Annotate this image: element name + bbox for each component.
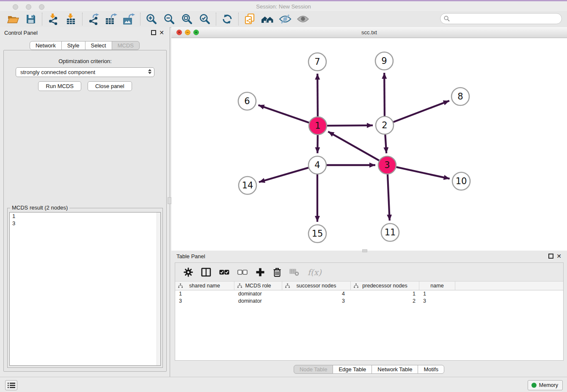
export-network-button[interactable] bbox=[85, 12, 102, 26]
mcds-result-item: 1 bbox=[10, 213, 160, 220]
graph-node-6[interactable]: 6 bbox=[238, 92, 256, 110]
graph-node-1[interactable]: 1 bbox=[309, 117, 327, 135]
graph-edge-2-8[interactable] bbox=[394, 101, 449, 122]
graph-edge-1-6[interactable] bbox=[259, 105, 309, 123]
network-window-titlebar[interactable]: ✕ − + scc.txt bbox=[171, 27, 567, 38]
column-header-predecessor-nodes[interactable]: predecessor nodes bbox=[351, 282, 419, 290]
canvas-splitter-grip[interactable] bbox=[362, 249, 367, 252]
graph-edge-1-2[interactable] bbox=[327, 125, 373, 126]
close-panel-button[interactable]: Close panel bbox=[88, 81, 132, 91]
column-header-shared-name[interactable]: shared name bbox=[175, 282, 234, 290]
float-panel-icon[interactable] bbox=[151, 30, 156, 35]
export-image-icon bbox=[123, 13, 135, 25]
graph-node-2[interactable]: 2 bbox=[376, 116, 394, 134]
graph-node-label: 10 bbox=[456, 176, 467, 186]
zoom-selected-button[interactable] bbox=[196, 12, 214, 26]
tab-node-table[interactable]: Node Table bbox=[294, 365, 333, 374]
graph-node-7[interactable]: 7 bbox=[308, 53, 326, 71]
hide-graphics-button[interactable] bbox=[276, 12, 294, 26]
graph-node-label: 15 bbox=[312, 229, 323, 239]
run-mcds-button[interactable]: Run MCDS bbox=[38, 81, 81, 91]
network-canvas[interactable]: 7968124314101511 bbox=[171, 38, 567, 251]
table-row[interactable]: 3 dominator 3 2 3 bbox=[175, 298, 563, 305]
graph-node-label: 3 bbox=[384, 160, 390, 170]
delete-table-button[interactable] bbox=[289, 268, 300, 276]
zoom-in-button[interactable] bbox=[143, 12, 160, 26]
panel-splitter-grip[interactable] bbox=[168, 197, 171, 204]
graph-node-11[interactable]: 11 bbox=[381, 224, 399, 241]
delete-column-button[interactable] bbox=[273, 267, 281, 277]
export-image-button[interactable] bbox=[120, 12, 138, 26]
search-input[interactable] bbox=[452, 16, 561, 22]
tab-network-table[interactable]: Network Table bbox=[372, 365, 418, 374]
float-table-panel-icon[interactable] bbox=[548, 254, 553, 259]
graph-node-label: 9 bbox=[381, 56, 387, 66]
tab-network[interactable]: Network bbox=[30, 41, 62, 50]
table-settings-button[interactable] bbox=[184, 268, 193, 277]
eye-icon bbox=[297, 14, 309, 24]
gear-icon bbox=[184, 268, 193, 277]
cell-mcds-role: dominator bbox=[234, 290, 282, 298]
tab-style[interactable]: Style bbox=[61, 41, 85, 50]
graph-edge-1-7[interactable] bbox=[317, 74, 318, 116]
home-view-button[interactable] bbox=[259, 12, 276, 26]
zoom-fit-button[interactable] bbox=[178, 12, 196, 26]
function-builder-button[interactable]: f(x) bbox=[308, 268, 322, 277]
graph-node-3[interactable]: 3 bbox=[378, 156, 396, 174]
column-header-mcds-role[interactable]: MCDS role bbox=[234, 282, 282, 290]
export-table-button[interactable] bbox=[102, 12, 120, 26]
eye-slash-icon bbox=[279, 14, 292, 24]
tab-select[interactable]: Select bbox=[85, 41, 112, 50]
task-history-button[interactable] bbox=[5, 380, 17, 390]
graph-node-14[interactable]: 14 bbox=[239, 177, 256, 194]
memory-button[interactable]: Memory bbox=[528, 380, 563, 390]
attribute-icon bbox=[285, 283, 290, 288]
graph-node-8[interactable]: 8 bbox=[451, 88, 469, 105]
graph-node-15[interactable]: 15 bbox=[308, 225, 326, 243]
graph-edge-2-3[interactable] bbox=[385, 135, 386, 153]
open-session-button[interactable] bbox=[4, 12, 22, 26]
show-graphics-button[interactable] bbox=[294, 12, 312, 26]
select-all-button[interactable] bbox=[219, 270, 229, 275]
refresh-icon bbox=[222, 14, 233, 25]
result-scrollbar[interactable] bbox=[157, 213, 160, 365]
graph-edge-3-10[interactable] bbox=[396, 167, 450, 179]
table-row[interactable]: 1 dominator 4 1 1 bbox=[175, 290, 563, 298]
import-table-button[interactable] bbox=[62, 12, 80, 26]
add-column-button[interactable] bbox=[256, 268, 265, 277]
application-window: Session: New Session bbox=[0, 0, 567, 392]
column-header-name[interactable]: name bbox=[419, 282, 455, 290]
show-columns-button[interactable] bbox=[201, 268, 211, 277]
deselect-all-button[interactable] bbox=[237, 270, 248, 275]
graph-edge-3-11[interactable] bbox=[388, 174, 390, 221]
toolbar-separator bbox=[216, 13, 216, 25]
zoom-out-button[interactable] bbox=[160, 12, 178, 26]
refresh-view-button[interactable] bbox=[218, 12, 236, 26]
graph-edge-1-4[interactable] bbox=[317, 135, 318, 153]
graph-node-9[interactable]: 9 bbox=[375, 52, 393, 70]
cell-predecessor-nodes: 1 bbox=[351, 290, 419, 298]
control-panel-header: Control Panel ✕ bbox=[0, 27, 170, 39]
toolbar-separator bbox=[238, 13, 239, 25]
clone-network-button[interactable] bbox=[241, 12, 259, 26]
graph-edge-2-9[interactable] bbox=[384, 73, 385, 116]
mcds-result-list[interactable]: 1 3 bbox=[9, 212, 161, 366]
graph-node-4[interactable]: 4 bbox=[308, 156, 326, 174]
graph-edge-3-1[interactable] bbox=[328, 132, 379, 160]
tab-motifs[interactable]: Motifs bbox=[418, 365, 444, 374]
import-network-button[interactable] bbox=[44, 12, 62, 26]
search-box[interactable] bbox=[440, 13, 562, 24]
close-panel-icon[interactable]: ✕ bbox=[159, 29, 165, 36]
criterion-dropdown[interactable]: strongly connected component bbox=[16, 67, 154, 77]
status-bar: Memory bbox=[0, 377, 567, 392]
graph-edge-4-14[interactable] bbox=[259, 168, 308, 182]
table-toolbar: f(x) bbox=[175, 263, 563, 282]
graph-node-label: 1 bbox=[315, 121, 320, 131]
tab-mcds[interactable]: MCDS bbox=[112, 41, 140, 50]
close-table-panel-icon[interactable]: ✕ bbox=[556, 253, 562, 259]
graph-node-10[interactable]: 10 bbox=[452, 172, 470, 190]
tab-edge-table[interactable]: Edge Table bbox=[333, 365, 372, 374]
cell-successor-nodes: 3 bbox=[282, 298, 351, 305]
column-header-successor-nodes[interactable]: successor nodes bbox=[282, 282, 351, 290]
save-session-button[interactable] bbox=[22, 12, 40, 26]
